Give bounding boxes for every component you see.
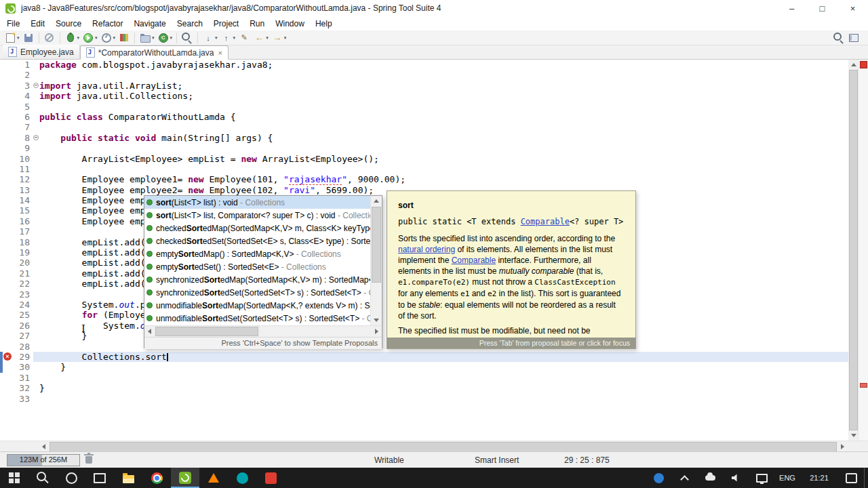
code-text[interactable] [39,70,868,80]
close-button[interactable]: × [837,0,868,16]
maximize-button[interactable]: □ [807,0,837,16]
autocomplete-item-6[interactable]: emptySortedSet() : SortedSet<E> - Collec… [144,260,370,273]
code-text[interactable] [39,373,868,383]
toolbar-search-dialog-button[interactable] [831,31,846,45]
javadoc-link[interactable]: Comparable [521,217,570,226]
action-center-button[interactable] [838,468,864,488]
toolbar-coverage-button[interactable] [117,31,132,45]
autocomplete-item-3[interactable]: checkedSortedMap(SortedMap<K,V> m, Class… [144,222,370,235]
menu-item-source[interactable]: Source [50,19,87,28]
autocomplete-item-1[interactable]: sort(List<T> list) : void - Collections [144,196,370,209]
toolbar-debug-button[interactable]: ▾ [63,31,81,45]
menu-item-run[interactable]: Run [244,19,270,28]
code-text[interactable]: Employee employee1= new Employee(101, "r… [39,174,868,184]
code-text[interactable]: public static void main(String[] args) { [39,133,868,143]
code-text[interactable]: import java.util.ArrayList; [39,81,868,91]
arrow-down-icon[interactable] [374,319,379,322]
autocomplete-hscroll-thumb[interactable] [155,327,258,336]
editor-vertical-scrollbar[interactable] [848,60,859,441]
fold-collapse-icon[interactable] [33,135,39,140]
code-text[interactable]: import java.util.Collections; [39,91,868,101]
minimize-button[interactable]: – [776,0,807,16]
tray-hidden-icons-button[interactable] [671,468,697,488]
scroll-up-button[interactable] [848,60,859,70]
menu-item-project[interactable]: Project [208,19,244,28]
toolbar-new-java-project-button[interactable]: ▾ [138,31,156,45]
menu-item-help[interactable]: Help [310,19,338,28]
fold-collapse-icon[interactable] [33,83,39,88]
start-button[interactable] [0,468,28,488]
toolbar-prev-annotation-button[interactable]: ▾ [219,31,237,45]
taskbar-sts-button[interactable] [171,468,199,488]
tray-onedrive-button[interactable] [697,468,723,488]
taskbar-vlc-button[interactable] [199,468,228,488]
toolbar-forward-button[interactable]: ▾ [270,31,288,45]
code-text[interactable] [39,143,868,153]
scroll-left-button[interactable] [39,441,49,451]
overview-ruler[interactable] [858,60,868,441]
code-text[interactable] [39,164,868,174]
code-text[interactable]: } [39,362,868,372]
editor-tab-2[interactable]: *ComparatorWithoutLamda.java× [80,45,229,60]
code-text[interactable] [39,122,868,132]
error-overview-marker[interactable] [860,383,867,388]
heap-status-widget[interactable]: 123M of 256M [7,454,80,466]
run-garbage-collector-button[interactable] [85,456,92,464]
toolbar-next-annotation-button[interactable]: ▾ [201,31,219,45]
toolbar-new-java-class-button[interactable]: ▾ [156,31,174,45]
taskbar-file-explorer-button[interactable] [114,468,142,488]
scroll-right-button[interactable] [837,441,848,451]
autocomplete-hscrollbar[interactable] [144,325,382,337]
taskbar-chrome-button[interactable] [142,468,171,488]
taskbar-task-view-button[interactable] [85,468,114,488]
javadoc-link[interactable]: Comparable [452,256,496,265]
code-text[interactable]: Collections.sort [39,352,868,362]
scroll-down-button[interactable] [848,430,859,441]
toolbar-last-edit-location-button[interactable] [237,31,252,45]
autocomplete-item-10[interactable]: unmodifiableSortedSet(SortedSet<T> s) : … [144,312,370,325]
menu-item-edit[interactable]: Edit [25,19,50,28]
toolbar-back-button[interactable]: ▾ [252,31,270,45]
error-severity-indicator[interactable] [860,61,867,68]
menu-item-refactor[interactable]: Refactor [87,19,128,28]
taskbar-teal-app-button[interactable] [228,468,256,488]
autocomplete-item-9[interactable]: unmodifiableSortedMap(SortedMap<K,? exte… [144,299,370,312]
code-text[interactable] [39,394,868,404]
menu-item-window[interactable]: Window [270,19,310,28]
menu-item-search[interactable]: Search [172,19,208,28]
autocomplete-item-2[interactable]: sort(List<T> list, Comparator<? super T>… [144,209,370,222]
taskbar-search-button[interactable] [28,468,57,488]
toolbar-save-button[interactable] [21,31,36,45]
editor-horizontal-scrollbar[interactable] [0,441,868,451]
toolbar-profile-button[interactable]: ▾ [99,31,117,45]
autocomplete-item-4[interactable]: checkedSortedSet(SortedSet<E> s, Class<E… [144,235,370,247]
code-text[interactable]: public class ComparatorWithoutLamda { [39,112,868,122]
toolbar-open-perspective-button[interactable] [846,31,861,45]
menu-item-file[interactable]: File [1,19,25,28]
autocomplete-scroll-thumb[interactable] [372,207,381,283]
taskbar-cortana-button[interactable] [57,468,85,488]
autocomplete-item-5[interactable]: emptySortedMap() : SortedMap<K,V> - Coll… [144,247,370,260]
menu-item-navigate[interactable]: Navigate [128,19,171,28]
tray-network-button[interactable] [749,468,774,488]
autocomplete-item-7[interactable]: synchronizedSortedMap(SortedMap<K,V> m) … [144,273,370,286]
toolbar-run-button[interactable]: ▾ [81,31,99,45]
tab-close-icon[interactable]: × [218,49,222,57]
horizontal-scroll-thumb[interactable] [50,442,837,452]
autocomplete-item-8[interactable]: synchronizedSortedSet(SortedSet<T> s) : … [144,286,370,299]
code-text[interactable]: package com.blogspot.javabyrajasekhar.ja… [39,60,868,70]
tray-speaker-button[interactable] [723,468,749,488]
code-text[interactable] [39,102,868,112]
toolbar-search-flashlight-button[interactable] [180,31,195,45]
editor-tab-1[interactable]: Employee.java [3,45,80,59]
vertical-scroll-thumb[interactable] [849,70,858,430]
show-desktop-button[interactable] [864,468,868,488]
javadoc-link[interactable]: natural ordering [398,245,455,254]
arrow-up-icon[interactable] [374,199,379,203]
toolbar-new-wizard-button[interactable]: ▾ [3,31,21,45]
taskbar-red-app-button[interactable] [256,468,285,488]
autocomplete-scrollbar[interactable] [370,196,382,325]
tray-bluetooth-button[interactable] [646,468,671,488]
clock[interactable]: 21:21 [800,468,838,488]
language-indicator[interactable]: ENG [774,468,800,488]
